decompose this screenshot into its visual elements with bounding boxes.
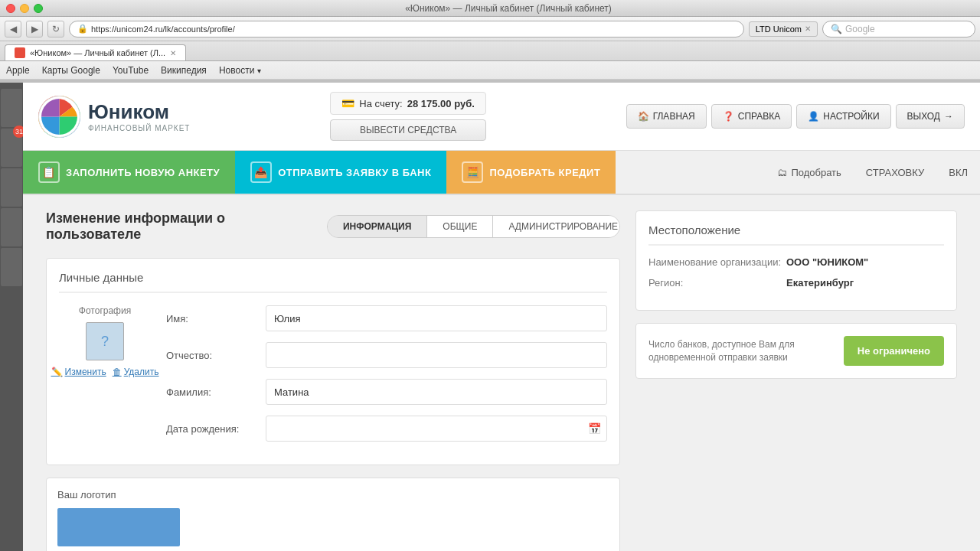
find-credit-label: ПОДОБРАТЬ КРЕДИТ — [489, 167, 600, 178]
sidebar-item-4[interactable] — [1, 208, 22, 246]
change-photo-link[interactable]: ✏️ Изменить — [51, 367, 106, 377]
dob-input-wrapper: 📅 — [266, 416, 607, 442]
bookmark-wikipedia[interactable]: Википедия — [161, 65, 207, 76]
photo-actions: ✏️ Изменить 🗑 Удалить — [51, 367, 159, 377]
send-to-bank-button[interactable]: 📤 ОТПРАВИТЬ ЗАЯВКУ В БАНК — [235, 151, 446, 194]
tab-admin[interactable]: АДМИНИСТРИРОВАНИЕ — [493, 216, 620, 237]
main-area: Юником ФИНАНСОВЫЙ МАРКЕТ 💳 На счету: 28 … — [23, 83, 980, 551]
logout-icon: → — [944, 111, 953, 122]
nav-settings[interactable]: 👤 НАСТРОЙКИ — [796, 104, 890, 129]
surname-input[interactable] — [266, 379, 607, 405]
org-label: Наименование организации: — [648, 256, 786, 268]
logo-subtitle: ФИНАНСОВЫЙ МАРКЕТ — [88, 124, 190, 132]
form-group-name: Имя: — [166, 305, 607, 331]
name-input[interactable] — [266, 305, 607, 331]
sidebar-item-2[interactable]: 31 — [1, 129, 22, 167]
region-value: Екатеринбург — [786, 277, 854, 289]
os-titlebar: «Юником» — Личный кабинет (Личный кабине… — [0, 0, 980, 17]
right-column: Местоположение Наименование организации:… — [635, 210, 957, 551]
withdraw-button[interactable]: ВЫВЕСТИ СРЕДСТВА — [330, 119, 485, 141]
banks-badge[interactable]: Не ограничено — [844, 336, 944, 366]
page-header: Изменение информации о пользователе ИНФО… — [46, 210, 620, 243]
name-label: Имя: — [166, 313, 266, 324]
page-content: Изменение информации о пользователе ИНФО… — [23, 195, 980, 551]
tab-information[interactable]: ИНФОРМАЦИЯ — [328, 216, 427, 237]
balance-box: 💳 На счету: 28 175.00 руб. — [330, 92, 485, 115]
fill-form-button[interactable]: 📋 ЗАПОЛНИТЬ НОВУЮ АНКЕТУ — [23, 151, 235, 194]
active-tab-label: «Юником» — Личный кабинет (Л... — [30, 48, 165, 57]
region-label: Регион: — [648, 277, 786, 289]
sidebar-item-3[interactable] — [1, 168, 22, 207]
select-button[interactable]: 🗂 Подобрать — [765, 156, 853, 189]
url-text: https://unicom24.ru/lk/accounts/profile/ — [91, 24, 235, 34]
send-bank-icon: 📤 — [250, 161, 272, 183]
insurance-button[interactable]: СТРАХОВКУ — [854, 156, 936, 189]
delete-photo-link[interactable]: 🗑 Удалить — [113, 367, 159, 377]
bookmarks-bar: Apple Карты Google YouTube Википедия Нов… — [0, 61, 980, 80]
logo-upload-section: Ваш логотип — [46, 478, 620, 551]
delete-label: Удалить — [124, 367, 159, 377]
tab-close-button[interactable]: ✕ — [170, 49, 176, 57]
pinned-tab-label: LTD Unicom — [756, 24, 802, 34]
maximize-button[interactable] — [34, 4, 43, 13]
minimize-button[interactable] — [20, 4, 29, 13]
location-section: Местоположение Наименование организации:… — [635, 210, 957, 311]
logo-area: Юником ФИНАНСОВЫЙ МАРКЕТ — [38, 96, 190, 138]
bookmark-maps[interactable]: Карты Google — [42, 65, 100, 76]
url-bar[interactable]: 🔒 https://unicom24.ru/lk/accounts/profil… — [69, 21, 744, 37]
home-icon: 🏠 — [638, 111, 649, 122]
search-bar[interactable]: 🔍 Google — [822, 21, 975, 37]
banks-section: Число банков, доступное Вам для одноврем… — [635, 323, 957, 379]
window-title: «Юником» — Личный кабинет (Личный кабине… — [43, 3, 974, 14]
tab-general-label: ОБЩИЕ — [443, 221, 477, 232]
surname-label: Фамилия: — [166, 386, 266, 398]
site-header: Юником ФИНАНСОВЫЙ МАРКЕТ 💳 На счету: 28 … — [23, 83, 980, 151]
fields-area: Имя: Отчество: Фамилия: Дата рожден — [166, 305, 607, 452]
org-value: ООО "ЮНИКОМ" — [786, 256, 868, 268]
nav-home[interactable]: 🏠 ГЛАВНАЯ — [626, 104, 707, 129]
nav-help[interactable]: ❓ СПРАВКА — [711, 104, 792, 129]
search-placeholder: Google — [845, 24, 875, 34]
calendar-icon[interactable]: 📅 — [588, 422, 601, 435]
sidebar-item-1[interactable] — [1, 89, 22, 127]
form-group-patronymic: Отчество: — [166, 342, 607, 368]
fill-form-label: ЗАПОЛНИТЬ НОВУЮ АНКЕТУ — [66, 167, 220, 178]
change-label: Изменить — [65, 367, 106, 377]
patronymic-label: Отчество: — [166, 350, 266, 361]
bookmark-news[interactable]: Новости ▾ — [219, 65, 261, 76]
photo-label: Фотография — [79, 305, 131, 316]
logo-upload-placeholder[interactable] — [57, 508, 180, 546]
find-credit-icon: 🧮 — [462, 161, 483, 183]
balance-area: 💳 На счету: 28 175.00 руб. ВЫВЕСТИ СРЕДС… — [330, 92, 485, 141]
form-group-surname: Фамилия: — [166, 379, 607, 405]
forward-button[interactable]: ▶ — [26, 21, 43, 37]
pinned-tab-close[interactable]: ✕ — [805, 24, 811, 33]
select-icon: 🗂 — [777, 167, 787, 178]
nav-logout[interactable]: ВЫХОД → — [896, 104, 965, 129]
select-label: Подобрать — [791, 167, 841, 178]
edit-icon: ✏️ — [51, 367, 63, 377]
active-tab[interactable]: «Юником» — Личный кабинет (Л... ✕ — [5, 44, 186, 60]
pinned-tab[interactable]: LTD Unicom ✕ — [749, 21, 818, 37]
logo-icon — [38, 96, 80, 138]
tab-favicon — [15, 47, 25, 58]
fill-form-icon: 📋 — [38, 161, 60, 183]
tab-general[interactable]: ОБЩИЕ — [427, 216, 493, 237]
left-sidebar: 31 — [0, 83, 23, 551]
banks-text: Число банков, доступное Вам для одноврем… — [648, 338, 802, 364]
close-button[interactable] — [6, 4, 15, 13]
bookmark-apple[interactable]: Apple — [6, 65, 30, 76]
back-button[interactable]: ◀ — [5, 21, 21, 37]
bookmark-news-label: Новости — [219, 65, 254, 76]
dob-input[interactable] — [266, 416, 607, 442]
enable-button[interactable]: ВКЛ — [936, 156, 980, 189]
find-credit-button[interactable]: 🧮 ПОДОБРАТЬ КРЕДИТ — [446, 151, 616, 194]
sidebar-item-5[interactable] — [1, 248, 22, 286]
tab-info-label: ИНФОРМАЦИЯ — [343, 221, 411, 232]
settings-icon: 👤 — [808, 111, 819, 122]
refresh-button[interactable]: ↻ — [47, 21, 64, 37]
patronymic-input[interactable] — [266, 342, 607, 368]
location-title: Местоположение — [648, 223, 944, 246]
personal-data-section: Личные данные Фотография ? ✏️ Изменить — [46, 258, 620, 465]
bookmark-youtube[interactable]: YouTube — [113, 65, 149, 76]
